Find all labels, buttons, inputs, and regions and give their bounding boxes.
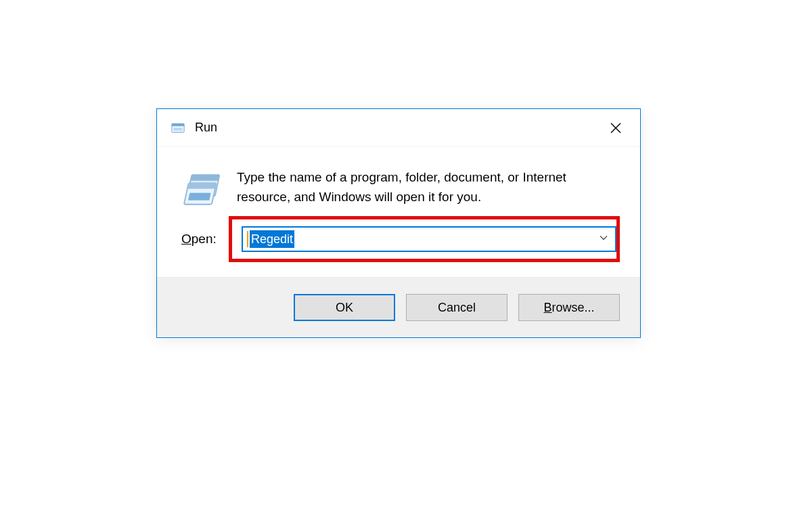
dialog-footer: OK Cancel Browse... bbox=[157, 277, 640, 337]
open-combobox[interactable]: Regedit bbox=[242, 227, 616, 251]
run-title-icon bbox=[171, 121, 185, 135]
cancel-button[interactable]: Cancel bbox=[406, 294, 508, 321]
chevron-down-icon[interactable] bbox=[599, 234, 608, 245]
ok-button[interactable]: OK bbox=[294, 294, 395, 321]
close-icon bbox=[610, 123, 621, 133]
browse-button-label: Browse... bbox=[543, 301, 594, 315]
open-input-value: Regedit bbox=[250, 230, 294, 248]
svg-rect-1 bbox=[172, 123, 184, 126]
run-dialog: Run Type the nam bbox=[156, 108, 641, 338]
cancel-button-label: Cancel bbox=[438, 301, 476, 315]
browse-button[interactable]: Browse... bbox=[518, 294, 620, 321]
dialog-body: Type the name of a program, folder, docu… bbox=[157, 147, 640, 227]
svg-rect-2 bbox=[174, 128, 183, 131]
svg-rect-10 bbox=[188, 193, 211, 200]
run-big-icon bbox=[181, 170, 221, 209]
titlebar[interactable]: Run bbox=[157, 109, 640, 147]
close-button[interactable] bbox=[600, 114, 632, 142]
open-row: Open: Regedit bbox=[157, 227, 640, 277]
dialog-title: Run bbox=[195, 121, 217, 135]
text-caret bbox=[247, 231, 248, 247]
ok-button-label: OK bbox=[336, 301, 353, 315]
dialog-description: Type the name of a program, folder, docu… bbox=[237, 167, 616, 207]
open-label: Open: bbox=[181, 232, 242, 247]
svg-rect-6 bbox=[191, 175, 220, 180]
svg-rect-9 bbox=[187, 183, 217, 188]
